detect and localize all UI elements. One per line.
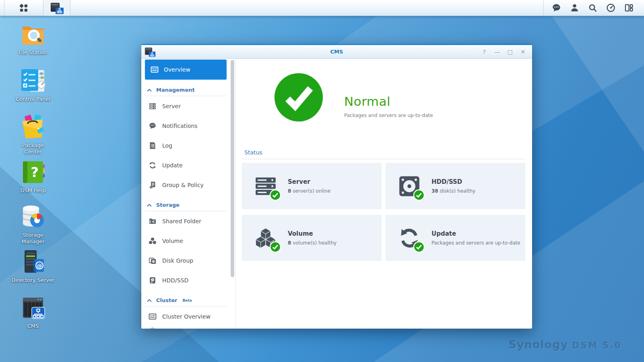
- file-station-icon: [20, 21, 46, 47]
- sidebar-section-cluster[interactable]: Cluster Beta: [145, 294, 227, 306]
- partial-icon: [149, 326, 157, 329]
- svg-text:?: ?: [31, 164, 39, 180]
- sidebar-item-group-policy[interactable]: Group & Policy: [141, 175, 235, 195]
- sidebar-item-partial[interactable]: [141, 326, 235, 329]
- close-button[interactable]: ✕: [518, 47, 527, 56]
- package-center-icon: [20, 114, 46, 140]
- check-badge-icon: [269, 189, 281, 201]
- sidebar-item-label: Notifications: [162, 123, 198, 129]
- resource-monitor-icon[interactable]: [606, 3, 615, 12]
- desktop-icon-package-center[interactable]: Package Center: [9, 114, 57, 156]
- health-banner: Normal Packages and servers are up-to-da…: [273, 72, 525, 123]
- sidebar-item-label: HDD/SSD: [162, 277, 188, 284]
- status-card-server[interactable]: Server 8 server(s) online: [242, 163, 382, 209]
- sidebar-scrollbar[interactable]: [231, 60, 234, 277]
- desktop-icon-dsm-help[interactable]: ? DSM Help: [9, 159, 57, 194]
- sidebar-item-label: Update: [162, 162, 183, 169]
- health-status-title: Normal: [344, 94, 433, 109]
- beta-badge: Beta: [182, 298, 192, 302]
- status-section-title: Status: [244, 149, 525, 156]
- chevron-up-icon: [147, 88, 152, 92]
- check-badge-icon: [413, 189, 425, 201]
- sidebar-item-label: Log: [162, 142, 172, 149]
- help-button[interactable]: ?: [480, 47, 489, 56]
- section-label: Cluster: [156, 297, 177, 303]
- user-icon[interactable]: [570, 3, 579, 12]
- desktop-icon-label: File Station: [9, 49, 57, 56]
- desktop-icon-cms[interactable]: CMS: [9, 294, 57, 329]
- chevron-up-icon: [147, 204, 152, 207]
- desktop-icon-label: DSM Help: [9, 187, 57, 194]
- sidebar-item-overview[interactable]: Overview: [145, 60, 227, 80]
- overview-pane: Normal Packages and servers are up-to-da…: [236, 59, 532, 329]
- section-label: Management: [156, 87, 195, 93]
- card-subtitle: 38 disk(s) healthy: [431, 188, 475, 194]
- desktop-icon-storage-manager[interactable]: Storage Manager: [9, 204, 57, 245]
- main-menu-icon: [19, 3, 29, 13]
- status-cards: Server 8 server(s) online: [242, 163, 525, 261]
- minimize-button[interactable]: —: [493, 47, 502, 56]
- sidebar-item-label: Overview: [164, 66, 190, 73]
- card-title: Server: [288, 178, 330, 185]
- sidebar-item-label: Group & Policy: [162, 182, 204, 188]
- maximize-button[interactable]: □: [506, 47, 514, 56]
- overview-icon: [149, 313, 157, 321]
- pilot-view-icon[interactable]: [624, 3, 634, 12]
- taskbar-tray: [544, 0, 644, 16]
- cubes-icon: [149, 237, 157, 245]
- window-cms-icon: [145, 47, 157, 57]
- status-card-volume[interactable]: Volume 8 volume(s) healthy: [242, 215, 382, 261]
- search-icon[interactable]: [588, 3, 597, 12]
- desktop-icon-label: Directory Server: [9, 277, 57, 284]
- cms-window: CMS ? — □ ✕ Overview Management: [141, 44, 532, 329]
- card-subtitle: Packages and servers are up-to-date: [431, 240, 520, 246]
- sidebar-section-storage[interactable]: Storage: [145, 199, 227, 211]
- desktop-icon-label: Package Center: [9, 142, 57, 156]
- sidebar-item-server[interactable]: Server: [141, 96, 235, 116]
- window-titlebar[interactable]: CMS ? — □ ✕: [141, 44, 532, 59]
- desktop-icon-label: Control Panel: [9, 96, 57, 103]
- sidebar-item-label: Cluster Overview: [162, 313, 211, 320]
- network-icon: [56, 8, 63, 13]
- dsm-watermark: SynologyDSM 5.0: [509, 338, 622, 351]
- health-check-icon: [273, 72, 324, 123]
- desktop-icon-file-station[interactable]: File Station: [9, 21, 57, 56]
- sidebar-item-label: Disk Group: [162, 257, 193, 264]
- status-card-hdd-ssd[interactable]: HDD/SSD 38 disk(s) healthy: [386, 163, 525, 209]
- sidebar-item-log[interactable]: Log: [141, 136, 235, 155]
- cms-desktop-icon: [20, 294, 46, 321]
- storage-manager-icon: [20, 204, 46, 230]
- chevron-up-icon: [147, 299, 152, 302]
- sidebar-item-volume[interactable]: Volume: [141, 231, 235, 251]
- check-badge-icon: [413, 241, 425, 253]
- desktop-icon-control-panel[interactable]: Control Panel: [9, 68, 57, 103]
- window-title: CMS: [141, 49, 532, 55]
- sidebar-item-label: Shared Folder: [162, 218, 201, 224]
- card-title: Volume: [288, 230, 336, 237]
- sidebar-item-hdd-ssd[interactable]: HDD/SSD: [141, 270, 235, 290]
- desktop-icon-directory-server[interactable]: @ Directory Server: [9, 249, 57, 284]
- notifications-icon[interactable]: [552, 3, 561, 12]
- refresh-icon: [149, 161, 157, 169]
- directory-server-icon: @: [20, 249, 46, 275]
- hdd-icon: [149, 276, 157, 284]
- speech-bubble-icon: [149, 122, 157, 130]
- desktop-icon-label: Storage Manager: [9, 232, 57, 245]
- taskbar-app-cms[interactable]: [43, 0, 70, 16]
- overview-icon: [151, 66, 159, 74]
- sidebar-item-label: Volume: [162, 238, 183, 244]
- sidebar-item-cluster-overview[interactable]: Cluster Overview: [141, 306, 235, 326]
- check-badge-icon: [269, 241, 281, 253]
- desktop-icon-label: CMS: [9, 323, 57, 329]
- sidebar-item-label: Server: [162, 103, 181, 109]
- sidebar-section-management[interactable]: Management: [145, 84, 227, 96]
- sidebar-item-update[interactable]: Update: [141, 155, 235, 175]
- section-label: Storage: [156, 202, 180, 208]
- health-status-subtitle: Packages and servers are up-to-date: [344, 113, 433, 118]
- sidebar-item-disk-group[interactable]: Disk Group: [141, 251, 235, 270]
- sidebar-item-shared-folder[interactable]: Shared Folder: [141, 211, 235, 231]
- sidebar-item-notifications[interactable]: Notifications: [141, 116, 235, 136]
- dsm-help-icon: ?: [20, 159, 46, 185]
- main-menu-button[interactable]: [4, 0, 43, 16]
- status-card-update[interactable]: Update Packages and servers are up-to-da…: [386, 215, 525, 261]
